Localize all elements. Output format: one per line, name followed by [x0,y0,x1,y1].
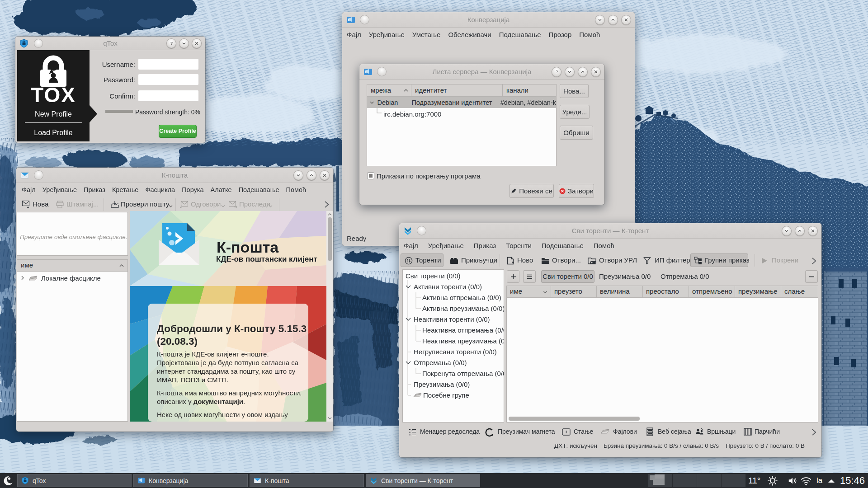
svg-text:Активна преузимања (0/0): Активна преузимања (0/0) [422,305,504,312]
svg-text:Неактивна отпремања (0/0): Неактивна отпремања (0/0) [422,326,504,334]
svg-text:Посебне групе: Посебне групе [423,391,469,399]
svg-text:К-пошта је КДЕ-ов клијент е-по: К-пошта је КДЕ-ов клијент е-поште. [157,350,269,358]
svg-text:Отпремања (0/0): Отпремања (0/0) [414,359,467,366]
svg-text:К-пошта: К-пошта [217,239,279,256]
svg-text:ИМАП, ПОПЗ и СМТП.: ИМАП, ПОПЗ и СМТП. [157,376,229,384]
svg-text:Добродошли у К-пошту 5.15.3: Добродошли у К-пошту 5.15.3 [157,323,307,334]
svg-text:Сви торенти (0/0): Сви торенти (0/0) [406,272,461,280]
svg-text:Активни торенти (0/0): Активни торенти (0/0) [414,283,482,291]
svg-text:К-пошта има мноштво напредних: К-пошта има мноштво напредних могућности… [157,389,302,397]
svg-text:Неактивни торенти (0/0): Неактивни торенти (0/0) [414,315,490,323]
svg-text:Неактивна преузимања (0/...: Неактивна преузимања (0/... [422,337,504,345]
svg-text:описаних у документацији.: описаних у документацији. [157,398,245,405]
svg-text:TOX: TOX [31,83,76,104]
svg-text:?: ? [170,41,172,46]
svg-text:Пројектована је да буде потпун: Пројектована је да буде потпуно сагласна… [157,359,299,366]
svg-text:Активна отпремања (0/0): Активна отпремања (0/0) [422,294,501,301]
svg-text:КДЕ-ов поштански клијент: КДЕ-ов поштански клијент [216,255,317,263]
svg-text:Покренута отпремања (0/0): Покренута отпремања (0/0) [422,370,504,377]
svg-text:Преузимања (0/0): Преузимања (0/0) [414,380,470,388]
svg-text:Неке од нових могућности у ово: Неке од нових могућности у овом издању [157,411,288,418]
svg-text:(20.08.3): (20.08.3) [157,336,198,347]
svg-text:?: ? [555,70,557,74]
svg-text:Негруписани торенти (0/0): Негруписани торенти (0/0) [414,348,497,356]
svg-text:интернет стандардима за пошту,: интернет стандардима за пошту, као што с… [157,367,296,375]
